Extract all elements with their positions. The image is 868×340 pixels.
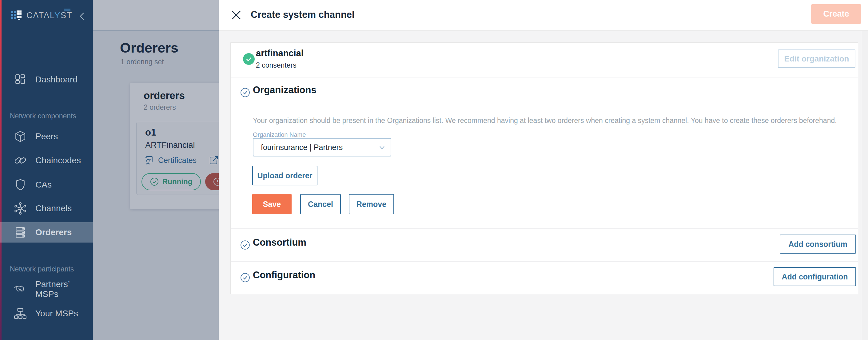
- panel-divider: [231, 77, 858, 77]
- organization-name-select[interactable]: fourinsurance | Partners: [253, 138, 391, 157]
- servers-icon: [14, 226, 27, 239]
- sidebar-item-orderers[interactable]: Orderers: [0, 222, 93, 243]
- organizations-description: Your organization should be present in t…: [253, 116, 837, 125]
- edit-organization-button[interactable]: Edit organization: [778, 49, 856, 68]
- consortium-check-icon: [240, 240, 250, 250]
- logo: CATALYST: [0, 7, 93, 25]
- catalyst-logo-icon: [10, 9, 23, 22]
- org-success-check-icon: [243, 53, 255, 65]
- sidebar-item-partners-msps[interactable]: Partners’ MSPs: [0, 279, 93, 299]
- sidebar-item-chaincodes[interactable]: Chaincodes: [0, 150, 93, 171]
- channel-sections-panel: artfinancial 2 consenters Edit organizat…: [230, 42, 858, 294]
- save-button[interactable]: Save: [252, 194, 291, 214]
- organization-consenters: 2 consenters: [256, 61, 297, 69]
- sidebar-item-peers[interactable]: Peers: [0, 126, 93, 147]
- configuration-heading: Configuration: [253, 270, 315, 281]
- remove-button[interactable]: Remove: [349, 194, 394, 214]
- organization-name: artfinancial: [256, 48, 304, 59]
- dashboard-icon: [14, 73, 27, 86]
- create-button[interactable]: Create: [811, 4, 861, 24]
- organization-name-label: Organization Name: [253, 131, 306, 138]
- sidebar-section-components: Network components: [10, 112, 76, 120]
- sidebar-item-dashboard[interactable]: Dashboard: [0, 69, 93, 90]
- modal-scrollbar[interactable]: [862, 31, 868, 340]
- sidebar-item-cas[interactable]: CAs: [0, 175, 93, 195]
- logo-text-pre: CATAL: [27, 11, 55, 20]
- organizations-check-icon: [240, 88, 250, 97]
- organizations-heading: Organizations: [253, 84, 316, 96]
- modal-header: Create system channel Create: [219, 0, 868, 31]
- organization-name-value: fourinsurance | Partners: [261, 139, 343, 156]
- panel-divider: [231, 261, 858, 262]
- cancel-button[interactable]: Cancel: [300, 194, 341, 214]
- sidebar-item-label: Orderers: [35, 228, 72, 237]
- consortium-heading: Consortium: [253, 237, 306, 248]
- sidebar-item-label: CAs: [35, 180, 52, 190]
- sidebar-collapse-icon[interactable]: [78, 11, 87, 22]
- sidebar: CATALYST Dashboard Network components Pe…: [0, 0, 93, 340]
- handshake-icon: [14, 283, 27, 296]
- sidebar-item-label: Channels: [35, 204, 72, 213]
- add-configuration-button[interactable]: Add configuration: [774, 267, 856, 286]
- upload-orderer-button[interactable]: Upload orderer: [252, 166, 317, 185]
- chevron-down-icon: [378, 144, 386, 151]
- sidebar-item-label: Chaincodes: [35, 156, 81, 165]
- sidebar-item-label: Your MSPs: [35, 309, 78, 318]
- sidebar-section-participants: Network participants: [10, 265, 74, 273]
- configuration-check-icon: [240, 273, 250, 282]
- close-icon[interactable]: [230, 9, 243, 22]
- logo-text-y: Y: [55, 11, 61, 20]
- modal-title: Create system channel: [251, 9, 354, 20]
- logo-t-bars: [64, 9, 70, 12]
- sidebar-item-label: Dashboard: [35, 75, 78, 84]
- shield-icon: [14, 178, 27, 191]
- sidebar-item-label: Partners’ MSPs: [35, 279, 93, 299]
- sitemap-icon: [14, 307, 27, 320]
- panel-divider: [231, 229, 858, 229]
- add-consortium-button[interactable]: Add consortium: [780, 235, 856, 253]
- network-hub-icon: [14, 202, 27, 215]
- sidebar-item-your-msps[interactable]: Your MSPs: [0, 303, 93, 324]
- sidebar-item-channels[interactable]: Channels: [0, 198, 93, 218]
- create-system-channel-modal: Create system channel Create artfinancia…: [219, 0, 868, 340]
- chain-icon: [14, 154, 27, 167]
- sidebar-item-label: Peers: [35, 132, 58, 141]
- cube-icon: [14, 130, 27, 143]
- screen: Orderers 1 ordering set orderers 2 order…: [0, 0, 868, 340]
